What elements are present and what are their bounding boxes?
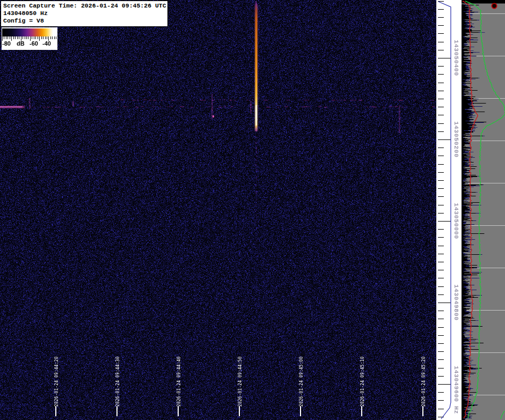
- frequency-label-text: 143049800: [453, 284, 460, 321]
- time-tick: [300, 406, 301, 416]
- time-label-text: 2026-01-24 09:45:00: [299, 357, 304, 407]
- colorbar-label-mid: -60: [30, 40, 38, 47]
- frequency-label-text: 143050200: [453, 121, 460, 158]
- frequency-label-text: 143049600 Hz: [453, 366, 460, 414]
- time-label-text: 2026-01-24 09:44:50: [238, 357, 243, 407]
- time-label-text: 2026-01-24 09:45:20: [421, 357, 426, 407]
- colorbar-unit-label: dB: [17, 40, 25, 47]
- time-tick: [422, 406, 423, 416]
- time-tick: [116, 406, 118, 416]
- colorbar-gradient: [2, 28, 56, 36]
- capture-time-text: Screen Capture Time: 2026-01-24 09:45:26…: [3, 2, 165, 10]
- capture-info-box: Screen Capture Time: 2026-01-24 09:45:26…: [1, 1, 168, 27]
- spectrum-lab-screen-capture: 2026-01-24 09:44:202026-01-24 09:44:3020…: [0, 0, 505, 420]
- waterfall-spectrogram: [0, 0, 436, 420]
- time-tick: [55, 406, 56, 416]
- time-label-text: 2026-01-24 09:44:30: [115, 357, 120, 407]
- time-tick: [361, 406, 362, 416]
- colorbar-label-max: -40: [42, 40, 51, 47]
- time-label-text: 2026-01-24 09:44:20: [54, 357, 59, 407]
- time-label-text: 2026-01-24 09:45:10: [360, 357, 365, 407]
- time-tick: [239, 406, 240, 416]
- capture-config-text: Config = V8: [3, 17, 165, 25]
- intensity-colorbar: -80 dB -60 -40: [2, 27, 57, 50]
- spectrum-side-panel: [462, 0, 505, 420]
- frequency-label-text: 143050000: [453, 203, 460, 239]
- capture-frequency-text: 143048050 Hz: [3, 10, 165, 17]
- time-tick: [178, 406, 179, 416]
- colorbar-label-min: -80: [2, 40, 11, 47]
- frequency-label-text: 143050400: [453, 40, 460, 76]
- colorbar-minor-ticks: [2, 36, 56, 39]
- time-label-text: 2026-01-24 09:44:40: [177, 357, 181, 407]
